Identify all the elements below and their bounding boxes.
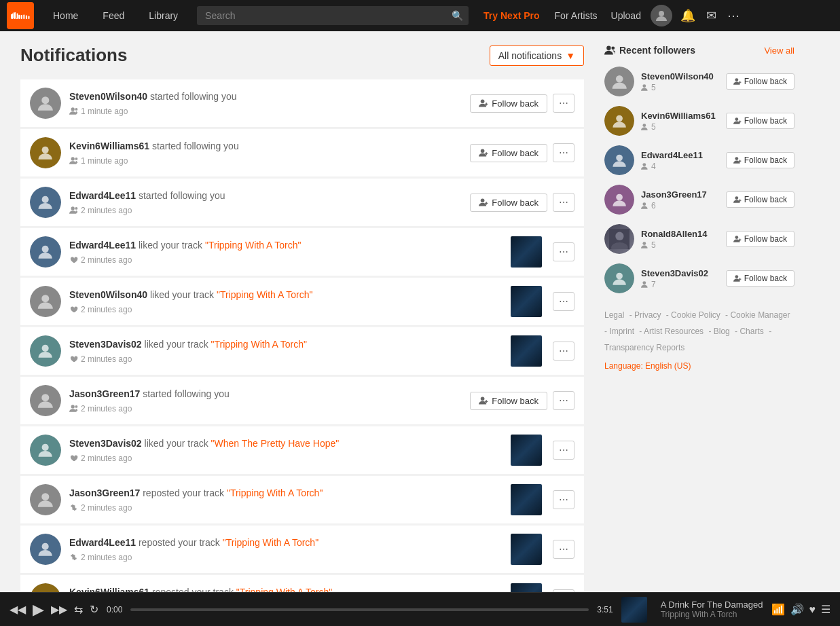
filter-dropdown[interactable]: All notifications ▼	[490, 45, 584, 66]
footer-cookie-manager[interactable]: Cookie Manager	[730, 310, 790, 320]
notif-meta: 2 minutes ago	[69, 454, 504, 463]
follower-follow-back-button[interactable]: Follow back	[726, 231, 795, 247]
footer-lang-value[interactable]: English (US)	[645, 361, 691, 371]
notification-item: Jason3Green17 started following you 2 mi…	[20, 377, 584, 425]
follower-item: Ronald8Allen14 5 Follow back	[604, 224, 795, 254]
track-link[interactable]: "Tripping With A Torch"	[205, 240, 301, 251]
footer-privacy[interactable]: Privacy	[634, 310, 661, 320]
more-options-button[interactable]: ⋯	[553, 242, 574, 261]
search-icon-button[interactable]: 🔍	[452, 10, 463, 21]
notif-text: Kevin6Williams61 started following you	[69, 140, 463, 153]
volume-button[interactable]: 🔊	[790, 603, 804, 616]
follower-follow-back-button[interactable]: Follow back	[726, 270, 795, 287]
nav-library-button[interactable]: Library	[136, 0, 190, 31]
svg-point-25	[42, 246, 49, 253]
notifications-icon-button[interactable]: 🔔	[675, 8, 701, 23]
notif-action: liked your track	[139, 240, 202, 251]
notif-text: Steven3Davis02 liked your track "Trippin…	[69, 338, 504, 352]
follower-follow-back-button[interactable]: Follow back	[726, 113, 795, 129]
follower-avatar	[604, 224, 634, 254]
follower-follow-back-button[interactable]: Follow back	[726, 152, 795, 168]
notif-username[interactable]: Steven0Wilson40	[69, 91, 147, 102]
more-options-button[interactable]: ⋯	[553, 193, 574, 212]
skip-forward-button[interactable]: ▶▶	[51, 603, 67, 616]
progress-bar[interactable]	[130, 608, 589, 611]
for-artists-button[interactable]: For Artists	[548, 10, 604, 21]
player-controls: ◀◀ ▶ ▶▶ ⇆ ↻	[10, 601, 98, 619]
skip-back-button[interactable]: ◀◀	[10, 603, 26, 616]
track-link[interactable]: "Tripping With A Torch"	[217, 289, 312, 300]
follower-name[interactable]: Steven3Davis02	[641, 268, 726, 278]
view-all-link[interactable]: View all	[764, 45, 795, 56]
messages-icon-button[interactable]: ✉	[701, 8, 722, 23]
try-next-pro-link[interactable]: Try Next Pro	[475, 10, 547, 21]
follower-name[interactable]: Ronald8Allen14	[641, 229, 726, 239]
footer-legal[interactable]: Legal	[604, 310, 624, 320]
follower-info: Steven0Wilson40 5	[641, 71, 726, 92]
follower-follow-back-button[interactable]: Follow back	[726, 191, 795, 208]
more-options-button[interactable]: ⋯	[553, 490, 574, 509]
user-avatar-nav[interactable]	[651, 5, 672, 26]
play-button[interactable]: ▶	[33, 601, 44, 619]
notif-avatar	[30, 236, 61, 268]
footer-charts[interactable]: Charts	[739, 327, 763, 336]
notif-action: liked your track	[150, 289, 214, 300]
notif-username[interactable]: Kevin6Williams61	[69, 141, 149, 151]
svg-point-17	[42, 196, 49, 203]
follower-name[interactable]: Kevin6Williams61	[641, 111, 726, 121]
notif-username[interactable]: Edward4Lee11	[69, 537, 136, 548]
track-link[interactable]: "Tripping With A Torch"	[223, 537, 318, 548]
follower-name[interactable]: Jason3Green17	[641, 189, 726, 200]
shuffle-button[interactable]: ⇆	[74, 603, 83, 616]
track-link[interactable]: "Tripping With A Torch"	[227, 487, 323, 498]
repeat-button[interactable]: ↻	[90, 603, 98, 616]
more-options-button[interactable]: ⋯	[553, 342, 574, 361]
more-options-button[interactable]: ⋯	[553, 540, 574, 559]
follow-icon	[69, 156, 78, 165]
more-options-button[interactable]: ⋯	[553, 441, 574, 460]
nav-feed-button[interactable]: Feed	[90, 0, 136, 31]
more-options-button[interactable]: ⋯	[553, 391, 574, 410]
repost-icon	[69, 503, 78, 512]
search-input[interactable]	[197, 6, 469, 25]
footer-blog[interactable]: Blog	[714, 327, 730, 336]
follow-back-button[interactable]: Follow back	[470, 144, 547, 162]
notif-username[interactable]: Steven0Wilson40	[69, 289, 147, 300]
follow-back-button[interactable]: Follow back	[470, 94, 547, 113]
upload-button[interactable]: Upload	[604, 10, 648, 21]
notif-username[interactable]: Steven3Davis02	[69, 339, 142, 350]
notif-text: Jason3Green17 reposted your track "Tripp…	[69, 487, 504, 500]
more-options-button[interactable]: ⋯	[553, 143, 574, 162]
follower-name[interactable]: Edward4Lee11	[641, 150, 726, 160]
add-user-icon	[479, 198, 488, 207]
track-link[interactable]: "Tripping With A Torch"	[211, 339, 307, 350]
track-link[interactable]: "When The Pretty Have Hope"	[211, 438, 340, 449]
notif-username[interactable]: Steven3Davis02	[69, 438, 142, 449]
recent-followers-title: Recent followers	[604, 45, 695, 56]
follower-follow-back-button[interactable]: Follow back	[726, 73, 795, 90]
notif-username[interactable]: Jason3Green17	[69, 388, 140, 399]
notif-username[interactable]: Jason3Green17	[69, 487, 140, 498]
follower-info: Jason3Green17 6	[641, 189, 726, 210]
footer-cookie-policy[interactable]: Cookie Policy	[671, 310, 720, 320]
cast-button[interactable]: 📶	[771, 603, 785, 616]
followers-count-icon	[641, 123, 649, 131]
notif-avatar	[30, 88, 61, 119]
notif-username[interactable]: Edward4Lee11	[69, 240, 136, 251]
more-options-icon-button[interactable]: ⋯	[722, 8, 745, 23]
heart-icon	[69, 354, 78, 363]
footer-imprint[interactable]: Imprint	[609, 327, 634, 336]
nav-home-button[interactable]: Home	[41, 0, 90, 31]
queue-button[interactable]: ☰	[821, 603, 830, 616]
soundcloud-logo[interactable]	[7, 2, 34, 29]
more-options-button[interactable]: ⋯	[553, 292, 574, 311]
more-options-button[interactable]: ⋯	[553, 94, 574, 113]
follow-back-button[interactable]: Follow back	[470, 392, 547, 410]
follower-name[interactable]: Steven0Wilson40	[641, 71, 726, 81]
notif-username[interactable]: Edward4Lee11	[69, 190, 136, 201]
follow-back-button[interactable]: Follow back	[470, 194, 547, 212]
footer-artist-resources[interactable]: Artist Resources	[644, 327, 704, 336]
svg-point-52	[616, 155, 623, 162]
footer-transparency[interactable]: Transparency Reports	[604, 343, 684, 352]
like-button[interactable]: ♥	[809, 604, 816, 616]
